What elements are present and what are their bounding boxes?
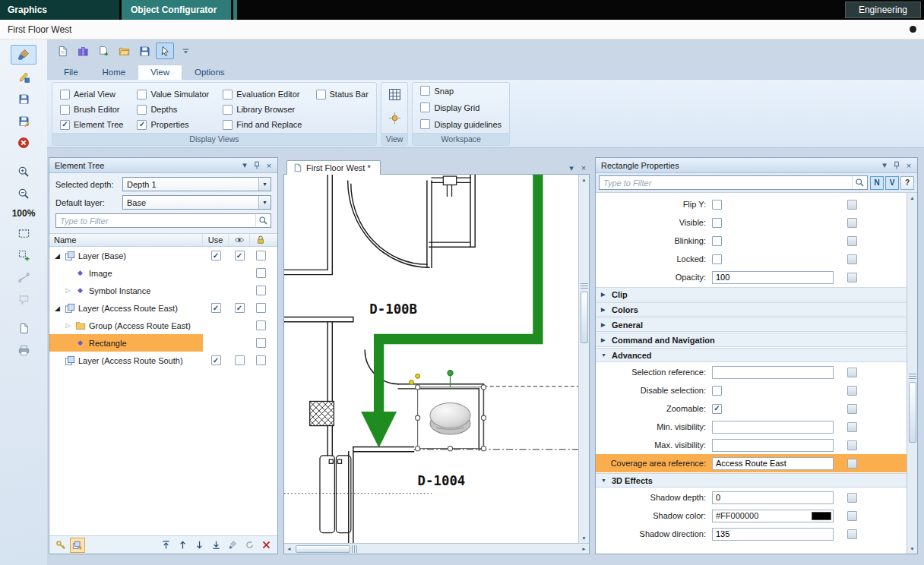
display-view-find-and-replace[interactable]: Find and Replace <box>223 120 302 130</box>
display-view-properties[interactable]: Properties <box>137 120 209 130</box>
workspace-display-guidelines[interactable]: Display guidelines <box>420 119 502 129</box>
locked-checkbox[interactable] <box>256 338 266 348</box>
scroll-right-arrow[interactable]: ► <box>579 544 589 554</box>
tree-row[interactable]: ◢Layer (Base) <box>49 247 277 264</box>
value-filter-button[interactable]: V <box>885 176 899 190</box>
section-colors[interactable]: ▶Colors <box>596 302 907 317</box>
binding-button[interactable] <box>847 254 857 264</box>
section-advanced[interactable]: ▼Advanced <box>596 348 907 362</box>
pin-icon[interactable] <box>891 159 903 172</box>
checkbox[interactable] <box>420 119 430 129</box>
binding-button[interactable] <box>847 422 857 432</box>
display-view-element-tree[interactable]: Element Tree <box>60 120 123 130</box>
binding-button[interactable] <box>847 511 857 521</box>
close-icon[interactable]: × <box>578 162 590 174</box>
display-view-aerial-view[interactable]: Aerial View <box>60 90 123 99</box>
properties-filter-input[interactable] <box>600 178 852 188</box>
marquee-button[interactable] <box>11 223 36 243</box>
checkbox[interactable] <box>316 90 326 99</box>
splitter-grip[interactable] <box>909 374 916 380</box>
column-header-use[interactable]: Use <box>203 234 229 246</box>
ribbon-tab-home[interactable]: Home <box>90 65 138 79</box>
ribbon-tab-options[interactable]: Options <box>182 65 237 79</box>
locked-checkbox[interactable] <box>256 320 266 330</box>
help-button[interactable]: ? <box>900 176 914 190</box>
close-icon[interactable]: × <box>263 159 275 172</box>
zoomable-checkbox[interactable] <box>712 404 722 414</box>
scroll-down-arrow[interactable]: ▼ <box>579 533 589 543</box>
vertical-scrollbar[interactable]: ▲ ▼ <box>578 175 589 543</box>
binding-button[interactable] <box>847 529 857 539</box>
chevron-down-icon[interactable]: ▾ <box>878 159 891 172</box>
tree-filter-input[interactable] <box>56 216 255 226</box>
search-icon[interactable] <box>852 176 867 189</box>
lasso-button[interactable] <box>11 289 36 309</box>
paint-button[interactable] <box>225 538 240 553</box>
window-handle[interactable] <box>910 26 916 33</box>
eye-icon[interactable] <box>229 234 250 246</box>
add-layer-button[interactable] <box>70 538 85 553</box>
shadow-direction-input[interactable] <box>712 528 834 541</box>
binding-button[interactable] <box>847 200 857 210</box>
use-checkbox[interactable] <box>211 355 221 365</box>
guides-button[interactable] <box>386 109 403 126</box>
tree-row[interactable]: ▷◆Symbol Instance <box>49 282 277 299</box>
expand-icon[interactable]: ▷ <box>62 287 74 294</box>
ribbon-tab-view[interactable]: View <box>138 65 182 80</box>
visible-checkbox[interactable] <box>712 218 722 228</box>
binding-button[interactable] <box>847 236 857 246</box>
cancel-button[interactable] <box>11 133 36 153</box>
scroll-left-arrow[interactable]: ◄ <box>284 544 294 554</box>
document-tab[interactable]: First Floor West * <box>286 160 381 175</box>
locked-checkbox[interactable] <box>256 355 266 365</box>
pin-icon[interactable] <box>251 159 263 172</box>
add-shape-button[interactable] <box>11 245 36 265</box>
scroll-up-arrow[interactable]: ▲ <box>907 193 917 203</box>
selected-depth-select[interactable]: Depth 1▾ <box>122 177 271 191</box>
brush-button[interactable] <box>11 45 36 65</box>
document-button[interactable] <box>11 318 36 338</box>
min-visibility-input[interactable] <box>712 421 834 434</box>
display-view-status-bar[interactable]: Status Bar <box>316 90 369 99</box>
scroll-down-arrow[interactable]: ▼ <box>907 544 917 554</box>
section-command-and-navigation[interactable]: ▶Command and Navigation <box>596 333 907 347</box>
route-button[interactable] <box>11 267 36 287</box>
section-general[interactable]: ▶General <box>596 317 907 332</box>
grid-button[interactable] <box>386 86 403 103</box>
workspace-snap[interactable]: Snap <box>420 86 502 96</box>
new-document-button[interactable] <box>53 43 71 59</box>
smoke-detector-symbol[interactable] <box>430 403 470 434</box>
workspace-display-grid[interactable]: Display Grid <box>420 103 502 112</box>
binding-button[interactable] <box>847 459 857 469</box>
opacity-input[interactable] <box>712 271 834 284</box>
selection-reference-input[interactable] <box>712 366 834 379</box>
splitter-grip[interactable] <box>581 283 588 290</box>
refresh-button[interactable] <box>242 538 257 553</box>
move-down-button[interactable] <box>191 538 207 553</box>
locked-checkbox[interactable] <box>256 286 266 295</box>
search-icon[interactable] <box>255 214 271 227</box>
move-up-button[interactable] <box>175 538 190 553</box>
max-visibility-input[interactable] <box>712 439 834 452</box>
app-tab-graphics[interactable]: Graphics <box>0 0 119 20</box>
default-layer-select[interactable]: Base▾ <box>122 195 271 210</box>
checkbox[interactable] <box>60 90 70 99</box>
locked-checkbox[interactable] <box>256 303 266 313</box>
section-clip[interactable]: ▶Clip <box>596 287 907 301</box>
checkbox[interactable] <box>223 90 233 99</box>
zoom-in-button[interactable] <box>11 162 36 181</box>
open-folder-button[interactable] <box>115 43 133 59</box>
disable-selection-checkbox[interactable] <box>712 386 722 396</box>
collapse-icon[interactable]: ◢ <box>52 305 63 312</box>
move-top-button[interactable] <box>158 538 173 553</box>
vertical-scrollbar[interactable]: ▲ ▼ <box>907 193 917 554</box>
checkbox[interactable] <box>137 120 147 130</box>
ribbon-tab-file[interactable]: File <box>52 65 90 79</box>
app-tab-object-configurator[interactable]: Object Configurator <box>122 0 231 20</box>
chevron-down-icon[interactable]: ▾ <box>565 162 578 174</box>
section-3d-effects[interactable]: ▼3D Effects <box>596 473 907 488</box>
binding-button[interactable] <box>847 218 857 228</box>
use-checkbox[interactable] <box>211 303 221 313</box>
shadow-depth-input[interactable] <box>712 491 834 504</box>
tree-row[interactable]: ◆Rectangle <box>49 334 277 352</box>
